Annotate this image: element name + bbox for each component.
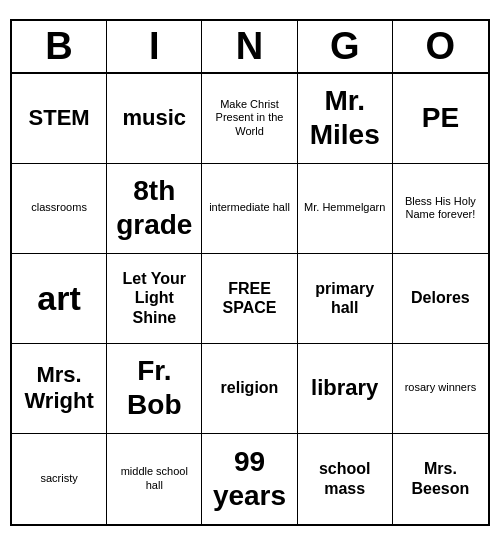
bingo-cell-22: 99 years (202, 434, 297, 524)
cell-text-4: PE (422, 101, 459, 135)
bingo-header: BINGO (12, 21, 488, 74)
cell-text-21: middle school hall (111, 465, 197, 491)
bingo-cell-14: Delores (393, 254, 488, 344)
cell-text-1: music (122, 105, 186, 131)
cell-text-3: Mr. Miles (302, 84, 388, 151)
cell-text-9: Bless His Holy Name forever! (397, 195, 484, 221)
bingo-card: BINGO STEMmusicMake Christ Present in th… (10, 19, 490, 526)
bingo-cell-20: sacristy (12, 434, 107, 524)
cell-text-18: library (311, 375, 378, 401)
cell-text-0: STEM (29, 105, 90, 131)
cell-text-16: Fr. Bob (111, 354, 197, 421)
bingo-cell-0: STEM (12, 74, 107, 164)
cell-text-19: rosary winners (405, 381, 477, 394)
header-letter-i: I (107, 21, 202, 72)
cell-text-7: intermediate hall (209, 201, 290, 214)
bingo-cell-18: library (298, 344, 393, 434)
bingo-cell-12: FREE SPACE (202, 254, 297, 344)
bingo-cell-16: Fr. Bob (107, 344, 202, 434)
bingo-cell-4: PE (393, 74, 488, 164)
bingo-cell-10: art (12, 254, 107, 344)
bingo-cell-2: Make Christ Present in the World (202, 74, 297, 164)
bingo-cell-3: Mr. Miles (298, 74, 393, 164)
cell-text-12: FREE SPACE (206, 279, 292, 317)
cell-text-6: 8th grade (111, 174, 197, 241)
cell-text-2: Make Christ Present in the World (206, 98, 292, 138)
header-letter-o: O (393, 21, 488, 72)
header-letter-g: G (298, 21, 393, 72)
cell-text-8: Mr. Hemmelgarn (304, 201, 385, 214)
cell-text-11: Let Your Light Shine (111, 269, 197, 327)
cell-text-22: 99 years (206, 445, 292, 512)
bingo-cell-15: Mrs. Wright (12, 344, 107, 434)
bingo-cell-23: school mass (298, 434, 393, 524)
cell-text-17: religion (221, 378, 279, 397)
bingo-cell-5: classrooms (12, 164, 107, 254)
cell-text-10: art (37, 278, 80, 319)
cell-text-15: Mrs. Wright (16, 362, 102, 415)
bingo-cell-1: music (107, 74, 202, 164)
bingo-cell-11: Let Your Light Shine (107, 254, 202, 344)
header-letter-n: N (202, 21, 297, 72)
header-letter-b: B (12, 21, 107, 72)
cell-text-14: Delores (411, 288, 470, 307)
bingo-cell-17: religion (202, 344, 297, 434)
cell-text-24: Mrs. Beeson (397, 459, 484, 497)
cell-text-5: classrooms (31, 201, 87, 214)
bingo-cell-24: Mrs. Beeson (393, 434, 488, 524)
bingo-cell-7: intermediate hall (202, 164, 297, 254)
bingo-cell-9: Bless His Holy Name forever! (393, 164, 488, 254)
bingo-cell-19: rosary winners (393, 344, 488, 434)
bingo-cell-13: primary hall (298, 254, 393, 344)
bingo-cell-21: middle school hall (107, 434, 202, 524)
bingo-cell-8: Mr. Hemmelgarn (298, 164, 393, 254)
bingo-grid: STEMmusicMake Christ Present in the Worl… (12, 74, 488, 524)
cell-text-13: primary hall (302, 279, 388, 317)
cell-text-23: school mass (302, 459, 388, 497)
cell-text-20: sacristy (40, 472, 77, 485)
bingo-cell-6: 8th grade (107, 164, 202, 254)
